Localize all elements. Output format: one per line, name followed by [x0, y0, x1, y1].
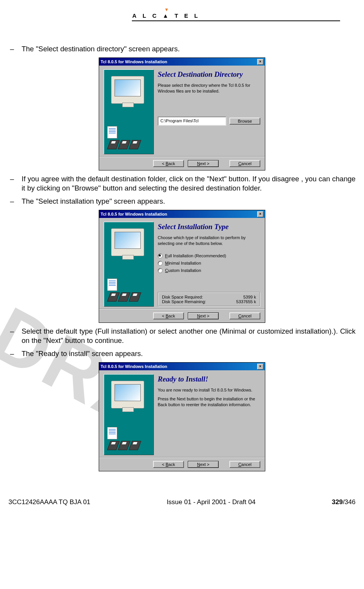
page-number: 329/346 [332, 498, 356, 506]
dialog-heading: Ready to Install! [158, 375, 260, 383]
dialog-text-2: Press the Next button to begin the insta… [158, 396, 260, 408]
doc-issue: Issue 01 - April 2001 - Draft 04 [167, 498, 256, 506]
space-remaining-label: Disk Space Remaining: [162, 299, 206, 304]
dialog-title: Tcl 8.0.5 for Windows Installation [101, 364, 167, 369]
close-icon[interactable]: × [257, 364, 263, 370]
titlebar: Tcl 8.0.5 for Windows Installation × [99, 210, 265, 218]
radio-full[interactable] [158, 253, 163, 258]
dialog-select-install-type: Tcl 8.0.5 for Windows Installation × Sel… [99, 210, 265, 323]
triangle-down-icon: ▼ [164, 7, 169, 12]
dialog-select-destination: Tcl 8.0.5 for Windows Installation × Sel… [99, 57, 265, 170]
floppy-icon [109, 140, 140, 149]
dialog-heading: Select Destination Directory [158, 70, 260, 79]
back-button[interactable]: < Back [153, 461, 184, 468]
back-button[interactable]: < Back [153, 312, 184, 319]
close-icon[interactable]: × [257, 211, 263, 217]
bullet-2: If you agree with the default destinatio… [8, 174, 356, 193]
document-icon [107, 427, 117, 439]
doc-id: 3CC12426AAAA TQ BJA 01 [8, 498, 90, 506]
bullet-1: The "Select destination directory" scree… [8, 44, 356, 54]
destination-path-input[interactable]: C:\Program Files\Tcl [158, 116, 226, 126]
radio-custom-label: Custom Installation [165, 268, 201, 273]
document-icon [107, 278, 117, 291]
space-required-value: 5399 k [243, 295, 256, 299]
close-icon[interactable]: × [257, 59, 263, 65]
radio-minimal[interactable] [158, 261, 163, 266]
page-footer: 3CC12426AAAA TQ BJA 01 Issue 01 - April … [8, 498, 356, 506]
dialog-heading: Select Installation Type [158, 223, 260, 231]
back-button[interactable]: < Back [153, 160, 184, 167]
cancel-button[interactable]: Cancel [229, 312, 260, 319]
titlebar: Tcl 8.0.5 for Windows Installation × [99, 58, 265, 66]
dialog-text: Please select the directory where the Tc… [158, 83, 260, 94]
dialog-ready-to-install: Tcl 8.0.5 for Windows Installation × Rea… [99, 362, 265, 471]
space-remaining-value: 5337655 k [236, 299, 256, 304]
floppy-icon [109, 292, 140, 302]
wizard-graphic [104, 374, 154, 455]
wizard-graphic [104, 222, 154, 307]
dialog-text: Choose which type of installation to per… [158, 235, 260, 246]
dialog-text-1: You are now ready to install Tcl 8.0.5 f… [158, 387, 260, 393]
radio-full-label: Full Installation (Recommended) [165, 253, 226, 258]
titlebar: Tcl 8.0.5 for Windows Installation × [99, 363, 265, 370]
next-button[interactable]: Next > [188, 312, 219, 319]
triangle-up-icon: ▲ [163, 12, 172, 19]
wizard-graphic [104, 69, 154, 154]
brand-logo: ▼ ALC▲TEL [132, 7, 201, 19]
cancel-button[interactable]: Cancel [229, 461, 260, 468]
header-rule [132, 20, 340, 21]
cancel-button[interactable]: Cancel [229, 160, 260, 167]
bullet-5: The "Ready to install" screen appears. [8, 349, 356, 358]
dialog-title: Tcl 8.0.5 for Windows Installation [101, 212, 167, 216]
radio-minimal-label: Minimal Installation [165, 261, 201, 265]
monitor-icon [111, 76, 144, 104]
disk-space-box: Disk Space Required:5399 k Disk Space Re… [158, 292, 260, 307]
browse-button[interactable]: Browse [229, 118, 260, 125]
next-button[interactable]: Next > [188, 461, 219, 468]
dialog-title: Tcl 8.0.5 for Windows Installation [101, 59, 167, 64]
space-required-label: Disk Space Required: [162, 295, 203, 299]
radio-custom[interactable] [158, 268, 163, 273]
bullet-4: Select the default type (Full installati… [8, 327, 356, 345]
floppy-icon [109, 441, 140, 450]
document-icon [107, 126, 117, 138]
monitor-icon [111, 381, 144, 408]
next-button[interactable]: Next > [188, 160, 219, 167]
bullet-3: The "Select installation type" screen ap… [8, 197, 356, 206]
monitor-icon [111, 228, 144, 256]
